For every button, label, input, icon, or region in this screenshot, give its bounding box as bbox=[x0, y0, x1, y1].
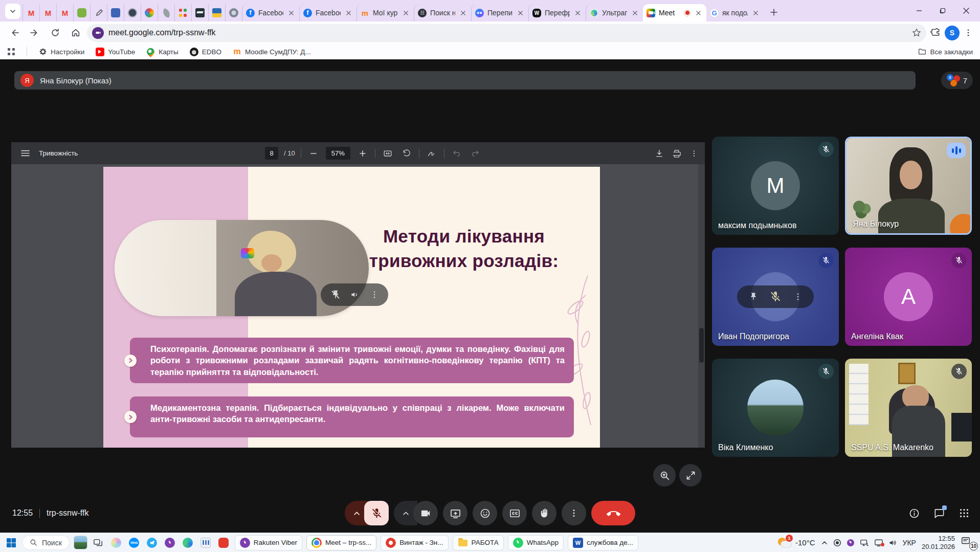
tab-meet-active[interactable]: Meet bbox=[643, 4, 706, 21]
fullscreen-button[interactable] bbox=[679, 464, 702, 487]
viber-tray-icon[interactable] bbox=[847, 539, 855, 547]
bookmark-maps[interactable]: Карты bbox=[146, 48, 178, 56]
viber-app-icon[interactable] bbox=[163, 536, 177, 549]
tab-moodle-courses[interactable]: m Мої кур bbox=[357, 4, 414, 21]
taskbar-app-vintage[interactable]: Винтаж - Зн... bbox=[381, 535, 448, 550]
tab-search-site[interactable]: ☷ Поиск н bbox=[414, 4, 471, 21]
tray-chevron-icon[interactable] bbox=[821, 539, 828, 546]
bookmark-youtube[interactable]: YouTube bbox=[96, 48, 135, 56]
taskbar-clock[interactable]: 12:55 20.01.2026 bbox=[922, 535, 955, 550]
pinned-tab-editor[interactable] bbox=[90, 4, 107, 21]
participant-tile-yana-speaking[interactable]: Яна Білокур bbox=[845, 137, 972, 235]
network-tray-icon[interactable] bbox=[860, 539, 869, 547]
zoom-level-input[interactable]: 57% bbox=[326, 147, 350, 160]
pin-icon[interactable] bbox=[749, 292, 758, 301]
pinned-tab-gmail[interactable]: M bbox=[23, 4, 39, 21]
tab-close-icon[interactable] bbox=[694, 9, 703, 17]
tab-close-icon[interactable] bbox=[573, 9, 582, 17]
apps-shortcut-icon[interactable] bbox=[7, 48, 15, 56]
participants-count-button[interactable]: S 7 bbox=[941, 72, 973, 89]
tab-close-icon[interactable] bbox=[344, 9, 353, 17]
undo-button[interactable] bbox=[450, 147, 463, 160]
redo-button[interactable] bbox=[469, 147, 482, 160]
tab-google-search[interactable]: G як подол bbox=[706, 4, 764, 21]
taskbar-app-meet-window[interactable]: Meet – trp-ss... bbox=[306, 535, 376, 550]
volume-icon[interactable] bbox=[350, 290, 360, 300]
pinned-tab-education[interactable] bbox=[191, 4, 208, 21]
pinned-tab-gmail-2[interactable]: M bbox=[39, 4, 56, 21]
pinned-tab-ukraine-service[interactable] bbox=[208, 4, 225, 21]
raise-hand-button[interactable] bbox=[532, 501, 556, 525]
task-view-button[interactable] bbox=[92, 536, 105, 549]
tab-close-icon[interactable] bbox=[751, 9, 760, 17]
taskbar-app-rabota-folder[interactable]: РАБОТА bbox=[453, 535, 504, 550]
pdf-scrollbar[interactable] bbox=[698, 164, 705, 448]
tab-close-icon[interactable] bbox=[402, 9, 410, 17]
rotate-button[interactable] bbox=[400, 147, 413, 160]
meeting-details-icon[interactable] bbox=[908, 507, 920, 519]
tab-messenger[interactable]: ●● Перепис bbox=[471, 4, 528, 21]
taskbar-app-word-document[interactable]: W службова де... bbox=[568, 535, 638, 550]
pdf-more-options-icon[interactable] bbox=[687, 147, 701, 160]
red-media-app-icon[interactable] bbox=[217, 536, 231, 549]
bookmark-settings[interactable]: Настройки bbox=[38, 48, 84, 56]
pinned-tab-photos[interactable] bbox=[141, 4, 158, 21]
profile-avatar[interactable]: S bbox=[945, 26, 960, 40]
window-maximize-button[interactable] bbox=[931, 0, 954, 21]
participant-tile-vika[interactable]: Віка Клименко bbox=[712, 359, 839, 457]
pdf-scrollbar-thumb[interactable] bbox=[699, 328, 704, 363]
notification-center-button[interactable]: 10 bbox=[961, 536, 976, 549]
pinned-tab-gmail-3[interactable]: M bbox=[56, 4, 73, 21]
participant-tile-sspu[interactable]: SSPU A.S. Makarenko bbox=[845, 359, 972, 457]
record-tray-icon[interactable] bbox=[833, 539, 841, 547]
camera-button[interactable] bbox=[413, 501, 438, 525]
imo-app-icon[interactable]: imo bbox=[127, 536, 141, 549]
presentation-hover-controls[interactable] bbox=[321, 283, 388, 306]
pinned-tab-globe-site[interactable] bbox=[124, 4, 141, 21]
participant-tile-anhelina[interactable]: A Ангеліна Квак bbox=[845, 248, 972, 346]
volume-tray-icon[interactable] bbox=[888, 539, 897, 547]
page-number-input[interactable]: 8 bbox=[265, 147, 278, 160]
telegram-app-icon[interactable] bbox=[145, 536, 159, 549]
tile-hover-controls[interactable] bbox=[737, 285, 814, 308]
mic-muted-button[interactable] bbox=[364, 501, 389, 525]
annotate-pen-button[interactable] bbox=[425, 147, 438, 160]
tab-close-icon[interactable] bbox=[287, 9, 296, 17]
participant-tile-maksym[interactable]: M максим подымныков bbox=[712, 137, 839, 235]
all-bookmarks-button[interactable]: Все закладки bbox=[918, 48, 973, 56]
captions-button[interactable] bbox=[502, 501, 527, 525]
bookmark-edbo[interactable]: ◍ EDBO bbox=[190, 48, 221, 56]
more-options-icon[interactable] bbox=[370, 290, 379, 299]
mic-off-icon[interactable] bbox=[769, 291, 782, 303]
calculator-app-icon[interactable] bbox=[199, 536, 213, 549]
back-button[interactable] bbox=[5, 24, 24, 42]
more-options-button[interactable] bbox=[562, 501, 586, 525]
chat-icon[interactable] bbox=[933, 507, 945, 519]
pdf-menu-icon[interactable] bbox=[18, 147, 32, 160]
taskbar-app-rakuten-viber[interactable]: Rakuten Viber bbox=[235, 535, 302, 550]
window-minimize-button[interactable] bbox=[907, 0, 931, 21]
mute-presentation-icon[interactable] bbox=[330, 290, 341, 300]
activities-grid-icon[interactable] bbox=[959, 507, 970, 519]
tab-close-icon[interactable] bbox=[459, 9, 467, 17]
browser-menu-icon[interactable] bbox=[964, 28, 973, 37]
present-screen-button[interactable] bbox=[443, 501, 467, 525]
pinned-tab-leaf-app[interactable] bbox=[158, 4, 174, 21]
start-button[interactable] bbox=[4, 536, 18, 549]
download-icon[interactable] bbox=[653, 147, 666, 160]
extensions-icon[interactable] bbox=[930, 28, 941, 38]
zoom-magnifier-button[interactable] bbox=[653, 464, 676, 487]
tab-search-button[interactable] bbox=[5, 4, 20, 19]
pinned-tab-emblem-site[interactable] bbox=[225, 4, 242, 21]
tab-facebook-1[interactable]: f Facebook bbox=[242, 4, 299, 21]
tab-close-icon[interactable] bbox=[631, 9, 639, 17]
window-close-button[interactable] bbox=[954, 0, 978, 21]
photos-app-icon[interactable] bbox=[109, 536, 123, 549]
bookmark-star-icon[interactable] bbox=[912, 28, 921, 37]
cast-tray-icon[interactable] bbox=[874, 539, 883, 547]
tab-paraphraser[interactable]: W Перефр bbox=[528, 4, 586, 21]
pinned-tab-dots-app[interactable] bbox=[174, 4, 191, 21]
weather-widget[interactable]: 1 -10°C bbox=[777, 537, 815, 549]
reactions-button[interactable] bbox=[473, 501, 497, 525]
participant-tile-ivan[interactable]: Иван Подопригора bbox=[712, 248, 839, 346]
